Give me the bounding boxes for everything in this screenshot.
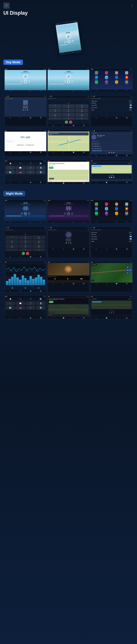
night-cp-app-messages[interactable]: 💬 [16,302,25,305]
night-cp-maps[interactable]: 🗺️ [40,298,42,300]
app-phone[interactable]: 📞Phone [92,71,101,75]
p2-next[interactable]: ⏭ [71,80,73,83]
night-app-spotify[interactable]: 🎶Spotify [92,212,101,216]
night-dial-7[interactable]: 7PQRS [6,244,18,248]
prev-btn[interactable]: ⏮ [64,41,67,44]
night-dial-4[interactable]: 4GHI [6,240,18,244]
cp-app-maps[interactable]: 🗺️ [5,170,15,174]
file-3[interactable]: 华年_花好月圆.mp3 [92,145,132,148]
night-cp-app-waze[interactable]: 🚗 [16,306,25,310]
night-bt-next[interactable]: ⏭ [70,242,72,244]
call-btn[interactable]: 📞 [65,120,68,124]
terrain-right[interactable]: ▶ [129,269,132,271]
food-next[interactable]: ▶▶ [80,278,83,280]
dial-hash[interactable]: # [75,117,88,120]
np-prev[interactable]: ⏮ [108,176,110,178]
night-dial-hash[interactable]: # [32,248,45,251]
file-4[interactable]: 华年_花好月圆_3.mp3 [92,148,132,150]
p2-play[interactable]: ⏸ [67,80,70,83]
night-cp-app-music[interactable]: 🎵 [26,302,36,305]
cp-app-spotify[interactable]: 🎶 [26,170,36,174]
dial-9[interactable]: 9WXYZ [75,113,88,117]
night-app-bt[interactable]: 🔵BT [112,207,121,211]
np1-play[interactable]: ⏸ [24,212,27,215]
night-dial-1[interactable]: 1 [6,236,18,240]
bt-next[interactable]: ⏭ [27,109,28,111]
cp-home-icon[interactable]: 🏠 [9,162,12,164]
np1-prev[interactable]: ⏮ [21,212,23,215]
cp-music-icon[interactable]: 🎵 [30,162,32,164]
night-go-btn[interactable]: GO [49,301,54,303]
hamburger-icon[interactable]: ⋮ [130,4,134,8]
dial-4[interactable]: 4GHI [49,108,62,112]
cp-app-waze[interactable]: 🚗 [16,170,25,174]
night-dial-6[interactable]: 6MNO [32,240,45,244]
np-next[interactable]: ⏭ [113,176,115,178]
auto-connect-toggle[interactable] [129,107,132,108]
dial-0[interactable]: 0 [62,117,75,120]
night-app-radio[interactable]: 📻Radio [112,212,121,216]
local-play[interactable]: ⏸ [111,152,112,153]
app-radio[interactable]: 📻Radio [112,80,121,84]
night-end-btn[interactable]: 📵 [26,252,29,255]
p1-play[interactable]: ⏸ [24,80,27,83]
dial-2[interactable]: 2ABC [62,104,75,108]
play-btn[interactable]: ⏸ [67,40,71,44]
local-next[interactable]: ⏭ [113,152,114,153]
file-2[interactable]: 华年_新起点.mp3 [92,143,132,145]
np1-next[interactable]: ⏭ [28,212,30,215]
night-dial-9[interactable]: 9WXYZ [32,244,45,248]
cp-app-phone[interactable]: 📞 [5,166,15,170]
night-np-prev[interactable]: ⏮ [108,312,110,314]
dial-8[interactable]: 8TUV [62,113,75,117]
dial-6[interactable]: 6MNO [75,108,88,112]
dial-5[interactable]: 5JKL [62,108,75,112]
dial-star[interactable]: * [49,117,62,120]
night-app-phone[interactable]: 📞Phone [92,202,101,206]
app-youtube[interactable]: ▶️YouTube [122,76,132,80]
app-settings[interactable]: ⚙️Settings [122,71,132,75]
night-power-toggle[interactable] [129,240,132,242]
google-search-bar[interactable]: 🔍 Search... [6,140,45,143]
terrain-up[interactable]: ▲ [126,266,129,268]
night-auto-connect-toggle[interactable] [129,238,132,240]
google-search-btn[interactable]: Google Search [16,144,25,146]
night-bt-play[interactable]: ⏸ [68,242,69,244]
cp-maps-icon[interactable]: 🗺️ [40,162,42,164]
eq-ctrl-3[interactable]: 🔊 [37,287,40,289]
dial-3[interactable]: 3DEF [75,104,88,108]
night-dial-0[interactable]: 0 [19,248,32,251]
go-btn[interactable]: GO [49,167,54,169]
night-cp-app-podcast[interactable]: 🎙️ [36,302,46,305]
night-app-music[interactable]: 🎵Music [102,202,111,206]
night-app-settings[interactable]: ⚙️Settings [122,202,132,206]
night-dial-3[interactable]: 3DEF [32,236,45,240]
night-app-waze[interactable]: 🚗Waze [102,207,111,211]
app-waze[interactable]: 🚗Waze [102,76,111,80]
cp-app-messages[interactable]: 💬 [16,166,25,170]
night-dial-2[interactable]: 2ABC [19,236,32,240]
cp-app-settings[interactable]: ⚙️ [36,170,46,174]
night-cp-home[interactable]: 🏠 [9,298,12,300]
auto-answer-toggle[interactable] [129,104,132,106]
p1-prev[interactable]: ⏮ [21,80,23,83]
food-play[interactable]: ▶ [68,278,68,280]
np-play[interactable]: ▶ [111,176,112,178]
end-call-btn[interactable]: 📵 [69,120,72,124]
night-dial-8[interactable]: 8TUV [19,244,32,248]
night-bt-prev[interactable]: ⏮ [66,242,67,244]
night-cp-music[interactable]: 🎵 [30,298,32,300]
app-music[interactable]: 🎵Music [102,71,111,75]
night-app-maps[interactable]: 🗺️Maps [112,202,121,206]
eq-ctrl-1[interactable]: 🎚️ [11,287,14,289]
bt-prev[interactable]: ⏮ [22,109,24,111]
cp-app-music[interactable]: 🎵 [26,166,36,170]
night-app-telegram[interactable]: ✈️Telegram [92,207,101,211]
night-cp-phone[interactable]: 📞 [20,298,22,300]
night-app-more[interactable]: ⋯More [122,212,132,216]
next-btn[interactable]: ⏭ [72,40,74,42]
night-cp-app-maps[interactable]: 🗺️ [5,306,15,310]
terrain-down[interactable]: ▼ [126,272,129,274]
night-dial-5[interactable]: 5JKL [19,240,32,244]
night-call-btn[interactable]: 📞 [22,252,25,255]
